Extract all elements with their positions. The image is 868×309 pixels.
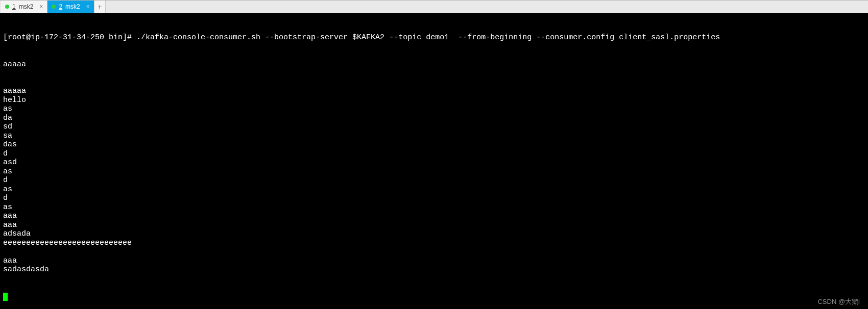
terminal-line: as bbox=[3, 203, 865, 212]
add-tab-button[interactable]: + bbox=[94, 1, 106, 13]
terminal-line: adsada bbox=[3, 229, 865, 239]
shell-command: ./kafka-console-consumer.sh --bootstrap-… bbox=[136, 33, 720, 42]
status-dot-icon bbox=[5, 5, 9, 9]
close-icon[interactable]: × bbox=[86, 3, 90, 10]
terminal-line: da bbox=[3, 114, 865, 123]
terminal-line: sa bbox=[3, 132, 865, 141]
tab-label: msk2 bbox=[19, 3, 34, 10]
terminal-line bbox=[3, 69, 865, 78]
prompt-line: [root@ip-172-31-34-250 bin]# ./kafka-con… bbox=[3, 33, 865, 42]
terminal-line: aaa bbox=[3, 256, 865, 266]
terminal-line: eeeeeeeeeeeeeeeeeeeeeeeeeeee bbox=[3, 239, 865, 248]
terminal-output[interactable]: [root@ip-172-31-34-250 bin]# ./kafka-con… bbox=[0, 13, 868, 309]
terminal-line: d bbox=[3, 149, 865, 159]
terminal-line: asd bbox=[3, 158, 865, 167]
terminal-line: d bbox=[3, 176, 865, 185]
terminal-tab-1[interactable]: 1 msk2 × bbox=[1, 1, 47, 13]
terminal-line: aaaaa bbox=[3, 60, 865, 69]
terminal-line: aaaaa bbox=[3, 87, 865, 96]
terminal-tab-2[interactable]: 2 msk2 × bbox=[47, 1, 94, 13]
terminal-line: sd bbox=[3, 122, 865, 132]
terminal-line bbox=[3, 78, 865, 87]
close-icon[interactable]: × bbox=[39, 3, 43, 10]
terminal-line: as bbox=[3, 167, 865, 176]
terminal-cursor bbox=[3, 293, 8, 301]
terminal-line: aaa bbox=[3, 221, 865, 230]
tab-bar: 1 msk2 × 2 msk2 × + bbox=[0, 0, 868, 13]
terminal-line: d bbox=[3, 194, 865, 203]
terminal-line: hello bbox=[3, 96, 865, 105]
tab-index: 2 bbox=[59, 3, 62, 10]
watermark: CSDN @大鹅i bbox=[817, 297, 860, 306]
terminal-line: sadasdasda bbox=[3, 265, 865, 274]
terminal-line: as bbox=[3, 185, 865, 194]
terminal-line: as bbox=[3, 105, 865, 114]
tab-label: msk2 bbox=[65, 3, 80, 10]
status-dot-icon bbox=[52, 5, 56, 9]
terminal-line bbox=[3, 247, 865, 256]
tab-index: 1 bbox=[12, 3, 16, 10]
shell-prompt: [root@ip-172-31-34-250 bin]# bbox=[3, 33, 136, 42]
cursor-line bbox=[3, 292, 865, 301]
terminal-line: das bbox=[3, 140, 865, 149]
terminal-line: aaa bbox=[3, 212, 865, 221]
terminal-lines: aaaaa aaaaahelloasdasdsadasdasdasdasdasa… bbox=[3, 60, 865, 274]
